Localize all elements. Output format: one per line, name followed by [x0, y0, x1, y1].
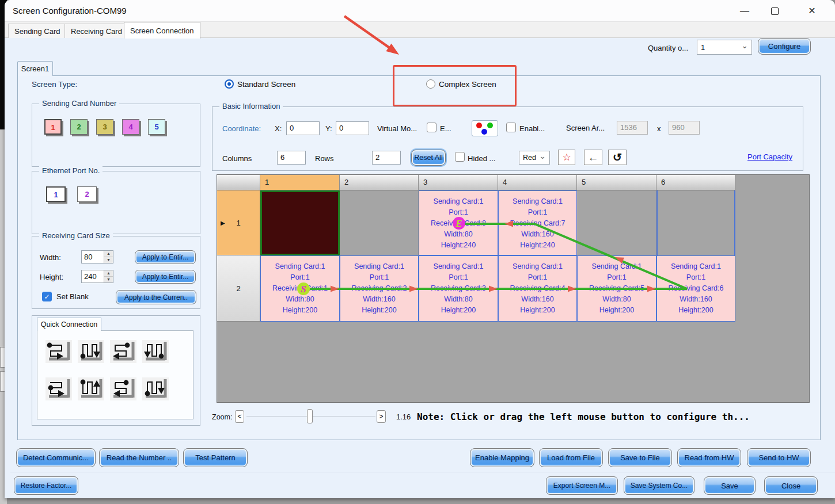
spin-down-icon[interactable]: ▼: [104, 277, 113, 282]
grid-col-header-5[interactable]: 5: [577, 175, 656, 190]
tab-screen1[interactable]: Screen1: [17, 61, 53, 76]
quick-connection-pattern-7[interactable]: [110, 377, 136, 400]
grid-cell-r1c3[interactable]: Sending Card:1 Port:1 Receiving Card:8 W…: [419, 190, 498, 255]
grid-row-header-1[interactable]: ▶ 1: [217, 190, 260, 255]
quick-connection-pattern-1[interactable]: [45, 340, 72, 363]
zoom-label: Zoom:: [212, 413, 232, 421]
x-input[interactable]: 0: [286, 121, 320, 135]
read-from-hw-button[interactable]: Read from HW: [677, 448, 741, 467]
send-to-hw-button[interactable]: Send to HW: [747, 448, 811, 467]
height-stepper[interactable]: 240 ▲ ▼: [81, 270, 113, 283]
grid-cell-r1c5-empty[interactable]: [577, 190, 656, 255]
zoom-out-button[interactable]: <: [235, 410, 244, 423]
grid-cell-r1c2-empty[interactable]: [340, 190, 419, 255]
test-pattern-button[interactable]: Test Pattern: [183, 448, 248, 467]
tab-screen-connection[interactable]: Screen Connection: [124, 22, 200, 39]
cell-port: Port:1: [261, 272, 339, 283]
grid-cell-r2c2[interactable]: Sending Card:1 Port:1 Receiving Card:2 W…: [340, 255, 419, 322]
apply-to-current-button[interactable]: Apply to the Curren..: [116, 290, 196, 304]
spin-up-icon[interactable]: ▲: [104, 270, 113, 277]
configure-button[interactable]: Configure: [758, 38, 811, 55]
maximize-button[interactable]: [771, 7, 779, 15]
grid-cell-r1c1-selected[interactable]: [260, 190, 340, 255]
virtual-mode-checkbox[interactable]: [427, 123, 437, 132]
rows-input[interactable]: 2: [372, 151, 401, 165]
read-number-button[interactable]: Read the Number ..: [99, 448, 179, 467]
enable-mapping-button[interactable]: Enable Mapping: [470, 448, 534, 467]
back-arrow-button[interactable]: ←: [584, 150, 602, 165]
detect-communication-button[interactable]: Detect Communic...: [16, 448, 96, 467]
sending-card-2-button[interactable]: 2: [70, 119, 88, 135]
sending-card-3-button[interactable]: 3: [96, 119, 113, 135]
grid-row-header-2[interactable]: 2: [217, 255, 260, 322]
quick-connection-pattern-6[interactable]: [78, 377, 104, 400]
grid-col-header-4[interactable]: 4: [498, 175, 577, 190]
cell-receiving: Receiving Card:2: [340, 283, 418, 294]
undo-button[interactable]: ↺: [608, 150, 627, 165]
grid-col-header-6[interactable]: 6: [656, 175, 735, 190]
save-button[interactable]: Save: [704, 476, 756, 495]
line-color-select[interactable]: Red ⌄: [519, 151, 550, 165]
grid-cell-r1c6-empty[interactable]: [656, 190, 735, 255]
complex-screen-radio[interactable]: [426, 79, 435, 89]
load-from-file-button[interactable]: Load from File: [539, 448, 603, 467]
mark-star-button[interactable]: ☆: [558, 150, 575, 165]
grid-cell-r1c4[interactable]: Sending Card:1 Port:1 Receiving Card:7 W…: [498, 190, 577, 255]
quick-connection-title: Quick Connection: [37, 318, 101, 331]
quick-connection-pattern-4[interactable]: [142, 340, 169, 363]
grid-cell-r2c4[interactable]: Sending Card:1 Port:1 Receiving Card:4 W…: [498, 255, 577, 322]
grid-col-header-3[interactable]: 3: [419, 175, 498, 190]
coordinate-label: Coordinate:: [222, 124, 261, 133]
enable-checkbox[interactable]: [506, 123, 516, 132]
apply-height-button[interactable]: Apply to Entir...: [135, 270, 196, 284]
cell-receiving: Receiving Card:7: [499, 218, 576, 229]
x-label: X:: [275, 124, 282, 133]
titlebar[interactable]: Screen Configuration-COM99 — ✕: [5, 0, 835, 22]
complex-screen-label: Complex Screen: [439, 80, 496, 89]
save-system-button[interactable]: Save System Co...: [624, 476, 694, 495]
quick-connection-pattern-2[interactable]: [78, 340, 104, 363]
quick-connection-pattern-3[interactable]: [110, 340, 136, 363]
standard-screen-radio[interactable]: [225, 79, 234, 89]
columns-input[interactable]: 6: [277, 151, 306, 165]
grid-cell-r2c3[interactable]: Sending Card:1 Port:1 Receiving Card:3 W…: [419, 255, 498, 322]
apply-width-button[interactable]: Apply to Entir...: [135, 250, 196, 264]
set-blank-checkbox[interactable]: ✓: [42, 292, 52, 301]
cell-width: Width:80: [419, 229, 498, 240]
close-dialog-button[interactable]: Close: [764, 476, 818, 495]
tab-sending-card[interactable]: Sending Card: [8, 24, 67, 38]
rgb-led-indicator-button[interactable]: [472, 120, 498, 136]
grid-cell-r2c5[interactable]: Sending Card:1 Port:1 Receiving Card:5 W…: [577, 255, 656, 322]
connection-grid[interactable]: 1 2 3 4 5 6 ▶ 1 2 Sending Card:1 Port:1 …: [217, 174, 810, 403]
quick-connection-pattern-5[interactable]: [45, 377, 72, 400]
cell-sending: Sending Card:1: [419, 196, 498, 207]
zoom-slider-thumb[interactable]: [307, 409, 313, 423]
minimize-button[interactable]: —: [735, 3, 754, 18]
grid-col-header-2[interactable]: 2: [340, 175, 419, 190]
grid-cell-r2c6[interactable]: Sending Card:1 Port:1 Receiving Card:6 W…: [656, 255, 735, 322]
y-input[interactable]: 0: [336, 121, 369, 135]
zoom-value: 1.16: [396, 413, 411, 421]
restore-factory-button[interactable]: Restore Factor...: [14, 476, 78, 495]
hided-checkbox[interactable]: [455, 152, 465, 162]
port-capacity-link[interactable]: Port Capacity: [747, 152, 792, 161]
grid-col-header-1[interactable]: 1: [260, 175, 340, 190]
close-button[interactable]: ✕: [802, 3, 822, 18]
spin-up-icon[interactable]: ▲: [104, 251, 113, 257]
sending-card-5-button[interactable]: 5: [148, 119, 165, 135]
export-screen-button[interactable]: Export Screen M...: [546, 476, 618, 495]
zoom-in-button[interactable]: >: [377, 410, 386, 423]
ethernet-port-2-button[interactable]: 2: [77, 186, 97, 202]
spin-down-icon[interactable]: ▼: [104, 257, 113, 263]
ethernet-port-1-button[interactable]: 1: [46, 186, 66, 202]
quick-connection-pattern-8[interactable]: [142, 377, 169, 400]
grid-cell-r2c1[interactable]: Sending Card:1 Port:1 Receiving Card:1 W…: [260, 255, 340, 322]
width-stepper[interactable]: 80 ▲ ▼: [81, 250, 113, 264]
sending-card-1-button[interactable]: 1: [44, 119, 62, 135]
sending-card-4-button[interactable]: 4: [122, 119, 139, 135]
quantity-select[interactable]: 1 ⌄: [697, 40, 752, 55]
undo-icon: ↺: [613, 151, 622, 164]
reset-all-button[interactable]: Reset All: [411, 150, 446, 166]
save-to-file-button[interactable]: Save to File: [608, 448, 672, 467]
tab-receiving-card[interactable]: Receiving Card: [64, 24, 128, 38]
